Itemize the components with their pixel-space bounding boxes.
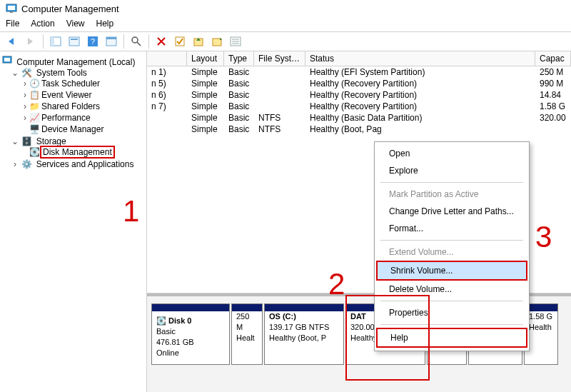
back-button[interactable] bbox=[4, 34, 20, 49]
tree-disk-management[interactable]: Disk Management bbox=[40, 146, 115, 159]
expand-shared-folders[interactable]: › bbox=[21, 101, 29, 111]
volume-cell-fs: NTFS bbox=[254, 124, 305, 135]
list-button[interactable] bbox=[228, 34, 243, 49]
col-layout[interactable]: Layout bbox=[187, 51, 224, 66]
tree-device-manager[interactable]: Device Manager bbox=[40, 124, 105, 134]
svg-rect-21 bbox=[4, 58, 10, 61]
tree-storage[interactable]: Storage bbox=[35, 136, 68, 146]
context-menu: Open Explore Mark Partition as Active Ch… bbox=[374, 141, 530, 351]
delete-button[interactable] bbox=[153, 34, 169, 49]
root-icon bbox=[1, 55, 13, 67]
tree-event-viewer[interactable]: Event Viewer bbox=[40, 90, 93, 100]
device-icon: 🖥️ bbox=[29, 124, 40, 134]
partition-status: Healthy (Boot, P bbox=[269, 333, 339, 343]
forward-button[interactable] bbox=[23, 34, 39, 49]
volume-cell-fs bbox=[254, 78, 305, 89]
ctx-format[interactable]: Format... bbox=[376, 220, 527, 237]
volume-cell-cap: 14.84 bbox=[535, 89, 571, 101]
check-button[interactable] bbox=[172, 34, 188, 49]
expand-system-tools[interactable]: ⌄ bbox=[11, 68, 19, 78]
volume-cell-vol bbox=[147, 112, 187, 124]
refresh-button[interactable] bbox=[103, 34, 119, 49]
help-toolbar-button[interactable]: ? bbox=[85, 34, 101, 49]
expand-services[interactable]: › bbox=[11, 159, 19, 169]
col-fs[interactable]: File System bbox=[254, 51, 305, 66]
col-type[interactable]: Type bbox=[224, 51, 254, 66]
ctx-properties[interactable]: Properties bbox=[376, 304, 527, 321]
volume-row[interactable]: n 1)SimpleBasicHealthy (EFI System Parti… bbox=[147, 66, 571, 78]
volume-row[interactable]: n 6)SimpleBasicHealthy (Recovery Partiti… bbox=[147, 89, 571, 101]
ctx-delete[interactable]: Delete Volume... bbox=[376, 281, 527, 298]
svg-rect-6 bbox=[71, 39, 78, 40]
ctx-mark-active[interactable]: Mark Partition as Active bbox=[376, 186, 527, 203]
export-button[interactable] bbox=[209, 34, 225, 49]
volume-cell-vol: n 6) bbox=[147, 89, 187, 101]
disk-state: Online bbox=[156, 348, 179, 357]
partition-block[interactable]: OS (C:)139.17 GB NTFSHealthy (Boot, P bbox=[264, 303, 344, 365]
volume-cell-vol: n 1) bbox=[147, 66, 187, 78]
tree-task-scheduler[interactable]: Task Scheduler bbox=[40, 79, 101, 89]
partition-size: 139.17 GB NTFS bbox=[269, 322, 339, 333]
col-status[interactable]: Status bbox=[305, 51, 535, 66]
ctx-help[interactable]: Help bbox=[376, 328, 527, 348]
volume-row[interactable]: SimpleBasicNTFSHealthy (Boot, Pag bbox=[147, 124, 571, 135]
svg-line-12 bbox=[137, 42, 141, 46]
tree-performance[interactable]: Performance bbox=[40, 113, 92, 123]
app-icon bbox=[6, 3, 17, 14]
volume-cell-layout: Simple bbox=[187, 66, 224, 78]
partition-block[interactable]: 250 MHealt bbox=[231, 303, 263, 365]
volume-row[interactable]: n 5)SimpleBasicHealthy (Recovery Partiti… bbox=[147, 78, 571, 89]
svg-rect-1 bbox=[8, 6, 15, 10]
tree-shared-folders[interactable]: Shared Folders bbox=[40, 101, 101, 111]
volume-cell-cap: 250 M bbox=[535, 66, 571, 78]
volume-cell-type: Basic bbox=[224, 101, 254, 112]
partition-title: OS (C:) bbox=[269, 311, 339, 322]
volume-cell-cap bbox=[535, 124, 571, 135]
volume-cell-type: Basic bbox=[224, 66, 254, 78]
svg-rect-4 bbox=[51, 37, 54, 46]
menu-action[interactable]: Action bbox=[31, 19, 54, 29]
col-capacity[interactable]: Capac bbox=[535, 51, 571, 66]
ctx-shrink[interactable]: Shrink Volume... bbox=[376, 261, 527, 281]
volume-cell-layout: Simple bbox=[187, 78, 224, 89]
ctx-open[interactable]: Open bbox=[376, 145, 527, 162]
tree-system-tools[interactable]: System Tools bbox=[35, 68, 89, 78]
menu-view[interactable]: View bbox=[66, 19, 85, 29]
ctx-change-letter[interactable]: Change Drive Letter and Paths... bbox=[376, 203, 527, 220]
ctx-explore[interactable]: Explore bbox=[376, 162, 527, 179]
menu-file[interactable]: File bbox=[6, 19, 19, 29]
toolbar: ? bbox=[0, 31, 571, 51]
volume-row[interactable]: SimpleBasicNTFSHealthy (Basic Data Parti… bbox=[147, 112, 571, 124]
show-hide-tree-button[interactable] bbox=[48, 34, 64, 49]
volume-cell-fs bbox=[254, 89, 305, 101]
svg-text:?: ? bbox=[91, 37, 95, 46]
volume-cell-fs bbox=[254, 101, 305, 112]
disk-0-info[interactable]: 💽 Disk 0 Basic 476.81 GB Online bbox=[151, 303, 230, 365]
expand-event-viewer[interactable]: › bbox=[21, 90, 29, 100]
volume-cell-status: Healthy (EFI System Partition) bbox=[305, 66, 535, 78]
volume-cell-vol bbox=[147, 124, 187, 135]
partition-status: Health bbox=[529, 322, 553, 333]
expand-performance[interactable]: › bbox=[21, 113, 29, 123]
clock-icon: 🕘 bbox=[29, 79, 40, 89]
volume-row[interactable]: n 7)SimpleBasicHealthy (Recovery Partiti… bbox=[147, 101, 571, 112]
properties-toolbar-button[interactable] bbox=[66, 34, 82, 49]
col-volume[interactable] bbox=[147, 51, 187, 66]
performance-icon: 📈 bbox=[29, 113, 40, 123]
volume-cell-status: Healthy (Recovery Partition) bbox=[305, 89, 535, 101]
tree-root[interactable]: Computer Management (Local) bbox=[15, 57, 136, 67]
volume-cell-cap: 1.58 G bbox=[535, 101, 571, 112]
expand-task-scheduler[interactable]: › bbox=[21, 79, 29, 89]
menu-help[interactable]: Help bbox=[96, 19, 114, 29]
find-button[interactable] bbox=[128, 34, 144, 49]
volume-cell-layout: Simple bbox=[187, 101, 224, 112]
up-button[interactable] bbox=[191, 34, 206, 49]
ctx-extend[interactable]: Extend Volume... bbox=[376, 243, 527, 261]
volume-cell-type: Basic bbox=[224, 78, 254, 89]
window-titlebar: Computer Management bbox=[0, 0, 571, 17]
window-title: Computer Management bbox=[21, 4, 119, 14]
svg-point-11 bbox=[132, 37, 138, 43]
expand-storage[interactable]: ⌄ bbox=[11, 136, 19, 146]
storage-icon: 🗄️ bbox=[21, 136, 32, 146]
tree-services-apps[interactable]: Services and Applications bbox=[35, 159, 136, 169]
